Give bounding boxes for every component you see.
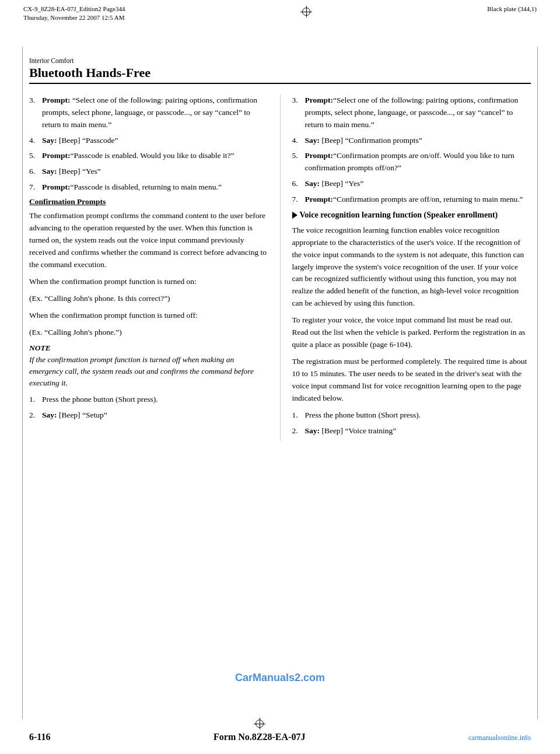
left-step2-num: 2.	[29, 409, 40, 422]
confirmation-prompts-heading: Confirmation Prompts	[29, 197, 268, 206]
header-date-info: Thursday, November 22 2007 12:5 AM	[23, 13, 125, 22]
right-item3-content: Prompt:“Select one of the following: pai…	[305, 94, 531, 131]
watermark: CarManuals2.com	[235, 672, 325, 684]
right-item7-num: 7.	[292, 194, 303, 206]
left-border-line	[22, 47, 23, 719]
right-item3-label: Prompt:	[305, 96, 334, 104]
left-step2-content: Say: [Beep] “Setup”	[42, 409, 268, 422]
section-label: Interior Comfort	[0, 57, 560, 64]
right-item-6: 6. Say: [Beep] “Yes”	[292, 178, 531, 190]
right-item-4: 4. Say: [Beep] “Confirmation prompts”	[292, 135, 531, 147]
left-item-3: 3. Prompt: “Select one of the following:…	[29, 94, 268, 131]
left-step-1: 1. Press the phone button (Short press).	[29, 394, 268, 406]
item3-label: Prompt:	[42, 96, 71, 104]
left-step-2: 2. Say: [Beep] “Setup”	[29, 409, 268, 422]
section-rule	[29, 83, 531, 84]
confirmation-example1: (Ex. “Calling John's phone. Is this corr…	[29, 293, 268, 305]
left-item-4: 4. Say: [Beep] “Passcode”	[29, 135, 268, 147]
item5-content: Prompt:“Passcode is enabled. Would you l…	[42, 150, 268, 162]
left-step1-num: 1.	[29, 394, 40, 406]
left-item-5: 5. Prompt:“Passcode is enabled. Would yo…	[29, 150, 268, 162]
confirmation-para1: The confirmation prompt confirms the com…	[29, 210, 268, 271]
vr-para2: To register your voice, the voice input …	[292, 314, 531, 351]
confirmation-para2: When the confirmation prompt function is…	[29, 276, 268, 288]
right-item3-num: 3.	[292, 94, 303, 131]
right-item4-label: Say:	[305, 136, 320, 145]
footer-center: Form No.8Z28-EA-07J	[214, 718, 305, 742]
right-item5-num: 5.	[292, 150, 303, 174]
content-columns: 3. Prompt: “Select one of the following:…	[0, 94, 560, 441]
section-title: Bluetooth Hands-Free	[0, 64, 560, 83]
right-item-7: 7. Prompt:“Confirmation prompts are off/…	[292, 194, 531, 206]
page-footer: 6-116 Form No.8Z28-EA-07J carmanualsonii…	[0, 718, 560, 742]
item4-num: 4.	[29, 135, 40, 147]
right-item5-label: Prompt:	[305, 151, 334, 160]
item5-text: “Passcode is enabled. Would you like to …	[71, 151, 235, 160]
item3-num: 3.	[29, 94, 40, 131]
left-step2-text: [Beep] “Setup”	[59, 411, 107, 419]
item6-content: Say: [Beep] “Yes”	[42, 166, 268, 178]
header-left: CX-9_8Z28-EA-07J_Edition2 Page344 Thursd…	[23, 5, 125, 23]
item6-label: Say:	[42, 167, 57, 176]
item3-content: Prompt: “Select one of the following: pa…	[42, 94, 268, 131]
site-url: carmanualsoniine.info	[468, 734, 531, 742]
vr-heading-text: Voice recognition learning function (Spe…	[300, 211, 498, 219]
left-item-6: 6. Say: [Beep] “Yes”	[29, 166, 268, 178]
right-item7-content: Prompt:“Confirmation prompts are off/on,…	[305, 194, 531, 206]
right-item3-text: “Select one of the following: pairing op…	[305, 96, 519, 129]
right-step2-num: 2.	[292, 425, 303, 437]
item5-num: 5.	[29, 150, 40, 162]
right-item7-label: Prompt:	[305, 195, 334, 204]
vr-para1: The voice recognition learning function …	[292, 225, 531, 310]
item6-text: [Beep] “Yes”	[59, 167, 101, 176]
right-step2-content: Say: [Beep] “Voice training”	[305, 425, 531, 437]
right-item5-content: Prompt:“Confirmation prompts are on/off.…	[305, 150, 531, 174]
header-right: Black plate (344,1)	[487, 5, 537, 13]
item7-content: Prompt:“Passcode is disabled, returning …	[42, 181, 268, 194]
right-item-5: 5. Prompt:“Confirmation prompts are on/o…	[292, 150, 531, 174]
bottom-crosshair-icon	[254, 718, 265, 730]
confirmation-example2: (Ex. “Calling John's phone.”)	[29, 327, 268, 339]
page-number: 6-116	[29, 732, 50, 742]
right-item6-content: Say: [Beep] “Yes”	[305, 178, 531, 190]
confirmation-para3: When the confirmation prompt function is…	[29, 310, 268, 322]
item6-num: 6.	[29, 166, 40, 178]
item3-text: “Select one of the following: pairing op…	[42, 96, 257, 129]
right-item4-num: 4.	[292, 135, 303, 147]
right-step1-num: 1.	[292, 409, 303, 422]
right-step2-text: [Beep] “Voice training”	[321, 426, 396, 435]
bottom-crosshair-circle	[256, 720, 264, 728]
item4-label: Say:	[42, 136, 57, 145]
item7-label: Prompt:	[42, 183, 71, 191]
plate-info: Black plate (344,1)	[487, 5, 537, 12]
left-step1-content: Press the phone button (Short press).	[42, 394, 268, 406]
triangle-bullet-icon	[292, 212, 298, 219]
right-step-2: 2. Say: [Beep] “Voice training”	[292, 425, 531, 437]
right-item6-text: [Beep] “Yes”	[321, 179, 363, 188]
right-column: 3. Prompt:“Select one of the following: …	[281, 94, 531, 441]
left-column: 3. Prompt: “Select one of the following:…	[29, 94, 281, 441]
right-step2-label: Say:	[305, 426, 320, 435]
item5-label: Prompt:	[42, 151, 71, 160]
right-item4-content: Say: [Beep] “Confirmation prompts”	[305, 135, 531, 147]
left-item-7: 7. Prompt:“Passcode is disabled, returni…	[29, 181, 268, 194]
item7-num: 7.	[29, 181, 40, 194]
form-number: Form No.8Z28-EA-07J	[214, 732, 305, 742]
right-item5-text: “Confirmation prompts are on/off. Would …	[305, 151, 514, 172]
item4-text: [Beep] “Passcode”	[59, 136, 118, 145]
page-header: CX-9_8Z28-EA-07J_Edition2 Page344 Thursd…	[0, 0, 560, 25]
footer-right: carmanualsoniine.info	[468, 734, 531, 742]
right-border-line	[537, 47, 538, 719]
top-crosshair	[300, 6, 312, 17]
vr-heading: Voice recognition learning function (Spe…	[292, 209, 531, 221]
left-step2-label: Say:	[42, 411, 57, 419]
right-step1-content: Press the phone button (Short press).	[305, 409, 531, 422]
right-item6-num: 6.	[292, 178, 303, 190]
crosshair-circle	[302, 8, 310, 16]
item7-text: “Passcode is disabled, returning to main…	[71, 183, 222, 191]
right-item6-label: Say:	[305, 179, 320, 188]
crosshair-icon	[300, 6, 312, 17]
right-item4-text: [Beep] “Confirmation prompts”	[321, 136, 422, 145]
header-file-info: CX-9_8Z28-EA-07J_Edition2 Page344	[23, 5, 125, 13]
right-step-1: 1. Press the phone button (Short press).	[292, 409, 531, 422]
